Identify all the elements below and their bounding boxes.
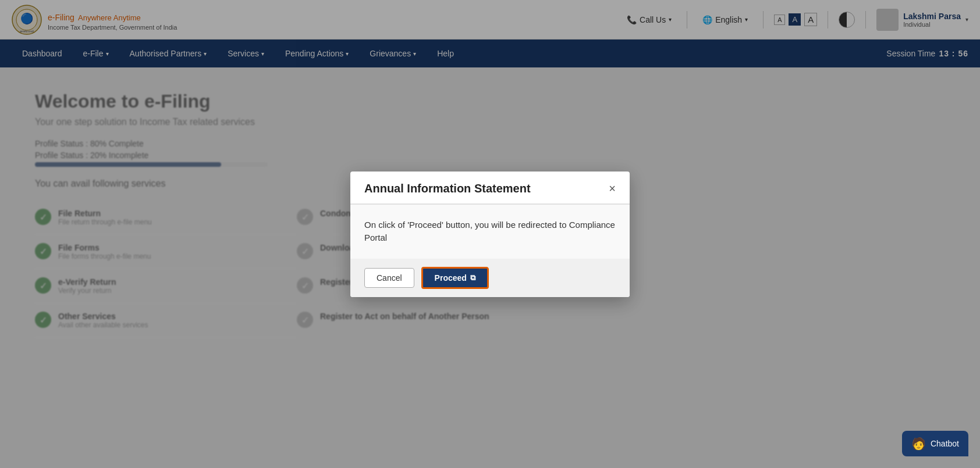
external-link-icon: ⧉ (470, 273, 475, 283)
modal-footer: Cancel Proceed ⧉ (350, 259, 630, 297)
modal-header: Annual Information Statement × (350, 172, 630, 204)
modal-body: On click of 'Proceed' button, you will b… (350, 205, 630, 259)
proceed-button[interactable]: Proceed ⧉ (421, 267, 489, 289)
modal-message: On click of 'Proceed' button, you will b… (364, 219, 616, 245)
cancel-button[interactable]: Cancel (364, 268, 414, 288)
annual-information-statement-modal: Annual Information Statement × On click … (350, 172, 630, 297)
modal-title: Annual Information Statement (364, 182, 531, 195)
chatbot-button[interactable]: 🧑 Chatbot (902, 431, 968, 456)
modal-close-button[interactable]: × (609, 183, 616, 194)
chatbot-avatar-icon: 🧑 (911, 437, 926, 451)
modal-overlay: Annual Information Statement × On click … (0, 0, 980, 468)
